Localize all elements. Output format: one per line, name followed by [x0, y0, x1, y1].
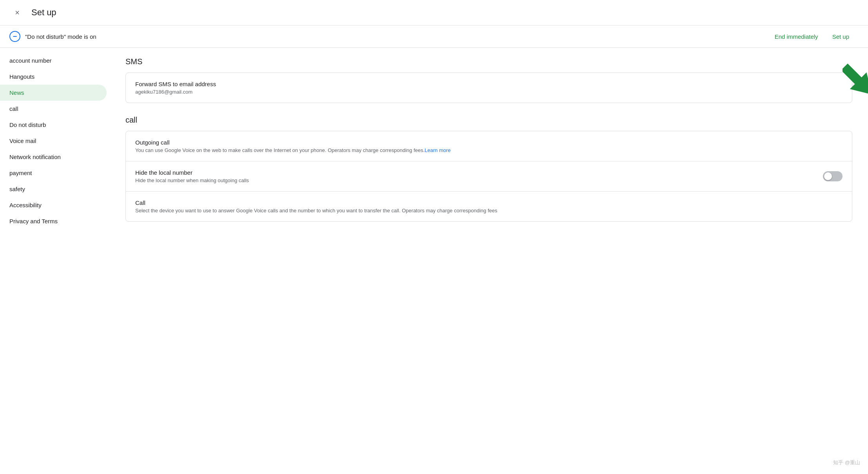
watermark: 知乎 @重山: [833, 459, 860, 466]
forward-sms-subtitle: agekiku7186@gmail.com: [135, 89, 216, 95]
content-area: SMS Forward SMS to email address agekiku…: [110, 48, 868, 471]
learn-more-link[interactable]: Learn more: [425, 147, 450, 153]
sidebar-item-privacy-and-terms[interactable]: Privacy and Terms: [0, 213, 107, 229]
sidebar-item-accessibility[interactable]: Accessibility: [0, 197, 107, 213]
sidebar-item-account-number[interactable]: account number: [0, 52, 107, 69]
sms-section: SMS Forward SMS to email address agekiku…: [125, 57, 852, 103]
page-title: Set up: [31, 7, 56, 18]
outgoing-call-title: Outgoing call: [135, 139, 451, 146]
header: × Set up: [0, 0, 868, 25]
sidebar-item-do-not-disturb[interactable]: Do not disturb: [0, 117, 107, 133]
close-button[interactable]: ×: [9, 5, 25, 20]
sms-card: Forward SMS to email address agekiku7186…: [125, 72, 852, 103]
outgoing-call-subtitle: You can use Google Voice on the web to m…: [135, 147, 451, 153]
dnd-status-text: "Do not disturb" mode is on: [25, 33, 770, 40]
outgoing-call-subtitle-text: You can use Google Voice on the web to m…: [135, 147, 425, 153]
sidebar-item-hangouts[interactable]: Hangouts: [0, 69, 107, 85]
hide-local-number-toggle[interactable]: [823, 171, 843, 181]
end-immediately-link[interactable]: End immediately: [775, 33, 818, 40]
hide-local-number-content: Hide the local number Hide the local num…: [135, 169, 249, 183]
forward-sms-title: Forward SMS to email address: [135, 81, 216, 87]
main-layout: account numberHangoutsNewscallDo not dis…: [0, 48, 868, 471]
call-row: Call Select the device you want to use t…: [126, 192, 852, 221]
sidebar-item-voice-mail[interactable]: Voice mail: [0, 133, 107, 149]
call-section-title: call: [125, 116, 852, 125]
sidebar-item-payment[interactable]: payment: [0, 165, 107, 181]
sidebar-item-network-notification[interactable]: Network notification: [0, 149, 107, 165]
green-arrow-icon: [843, 61, 868, 100]
call-section: call Outgoing call You can use Google Vo…: [125, 116, 852, 222]
svg-marker-0: [843, 61, 868, 100]
call-content: Call Select the device you want to use t…: [135, 199, 498, 213]
sidebar: account numberHangoutsNewscallDo not dis…: [0, 48, 110, 471]
setup-link[interactable]: Set up: [832, 33, 849, 40]
forward-sms-content: Forward SMS to email address agekiku7186…: [135, 81, 216, 95]
call-title: Call: [135, 199, 498, 206]
call-subtitle: Select the device you want to use to ans…: [135, 208, 498, 213]
outgoing-call-content: Outgoing call You can use Google Voice o…: [135, 139, 451, 153]
hide-local-number-row: Hide the local number Hide the local num…: [126, 161, 852, 192]
sidebar-item-call[interactable]: call: [0, 101, 107, 117]
sidebar-item-news[interactable]: News: [0, 85, 107, 101]
call-card: Outgoing call You can use Google Voice o…: [125, 131, 852, 222]
close-icon: ×: [15, 8, 20, 17]
dnd-icon: −: [9, 31, 20, 42]
outgoing-call-row: Outgoing call You can use Google Voice o…: [126, 131, 852, 161]
sms-section-title: SMS: [125, 57, 852, 66]
sidebar-item-safety[interactable]: safety: [0, 181, 107, 197]
forward-sms-row: Forward SMS to email address agekiku7186…: [126, 73, 852, 103]
hide-local-number-subtitle: Hide the local number when making outgoi…: [135, 177, 249, 183]
toggle-slider-off: [823, 171, 843, 181]
hide-local-number-title: Hide the local number: [135, 169, 249, 176]
dnd-banner: − "Do not disturb" mode is on End immedi…: [0, 25, 868, 48]
